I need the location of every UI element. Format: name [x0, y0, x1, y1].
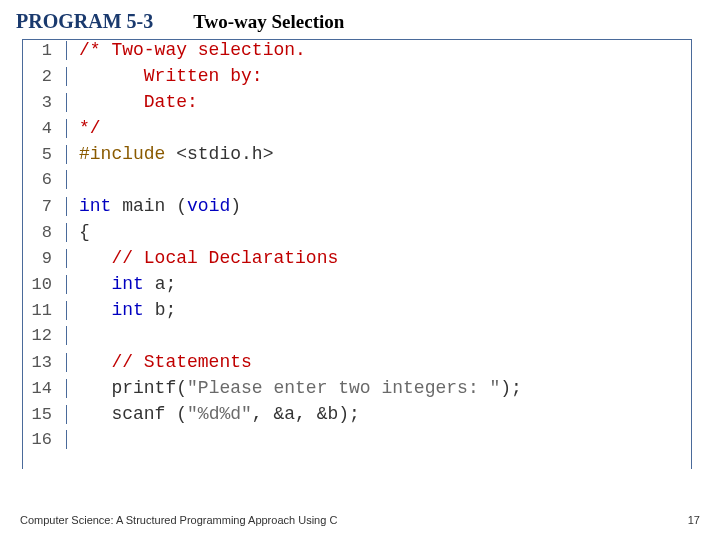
- code-content: Date:: [67, 92, 198, 112]
- line-number: 7: [23, 197, 67, 216]
- code-line: 8{: [23, 222, 691, 248]
- code-content: // Local Declarations: [67, 248, 338, 268]
- code-content: */: [67, 118, 101, 138]
- code-line: 16: [23, 430, 691, 456]
- code-content: /* Two-way selection.: [67, 40, 306, 60]
- footer-page-number: 17: [688, 514, 700, 526]
- line-number: 1: [23, 41, 67, 60]
- line-number: 12: [23, 326, 67, 345]
- code-content: #include <stdio.h>: [67, 144, 273, 164]
- code-line: 1/* Two-way selection.: [23, 40, 691, 66]
- code-content: int main (void): [67, 196, 241, 216]
- slide-header: PROGRAM 5-3 Two-way Selection: [0, 0, 720, 39]
- line-number: 16: [23, 430, 67, 449]
- line-number: 2: [23, 67, 67, 86]
- code-line: 2 Written by:: [23, 66, 691, 92]
- code-listing: 1/* Two-way selection.2 Written by:3 Dat…: [22, 39, 692, 469]
- code-content: // Statements: [67, 352, 252, 372]
- code-line: 12: [23, 326, 691, 352]
- code-line: 6: [23, 170, 691, 196]
- line-number: 10: [23, 275, 67, 294]
- code-line: 11 int b;: [23, 300, 691, 326]
- program-label: PROGRAM 5-3: [16, 10, 153, 33]
- code-line: 13 // Statements: [23, 352, 691, 378]
- code-line: 7int main (void): [23, 196, 691, 222]
- line-number: 13: [23, 353, 67, 372]
- code-line: 14 printf("Please enter two integers: ")…: [23, 378, 691, 404]
- line-number: 4: [23, 119, 67, 138]
- code-content: int b;: [67, 300, 176, 320]
- line-number: 5: [23, 145, 67, 164]
- code-content: int a;: [67, 274, 176, 294]
- code-content: {: [67, 222, 90, 242]
- code-content: scanf ("%d%d", &a, &b);: [67, 404, 360, 424]
- code-content: Written by:: [67, 66, 263, 86]
- line-number: 6: [23, 170, 67, 189]
- code-line: 10 int a;: [23, 274, 691, 300]
- code-line: 9 // Local Declarations: [23, 248, 691, 274]
- line-number: 14: [23, 379, 67, 398]
- line-number: 9: [23, 249, 67, 268]
- code-line: 4*/: [23, 118, 691, 144]
- line-number: 11: [23, 301, 67, 320]
- footer-book-title: Computer Science: A Structured Programmi…: [20, 514, 337, 526]
- line-number: 15: [23, 405, 67, 424]
- line-number: 3: [23, 93, 67, 112]
- program-title: Two-way Selection: [193, 11, 344, 33]
- code-line: 3 Date:: [23, 92, 691, 118]
- code-line: 15 scanf ("%d%d", &a, &b);: [23, 404, 691, 430]
- slide-footer: Computer Science: A Structured Programmi…: [20, 514, 700, 526]
- code-content: printf("Please enter two integers: ");: [67, 378, 522, 398]
- line-number: 8: [23, 223, 67, 242]
- code-line: 5#include <stdio.h>: [23, 144, 691, 170]
